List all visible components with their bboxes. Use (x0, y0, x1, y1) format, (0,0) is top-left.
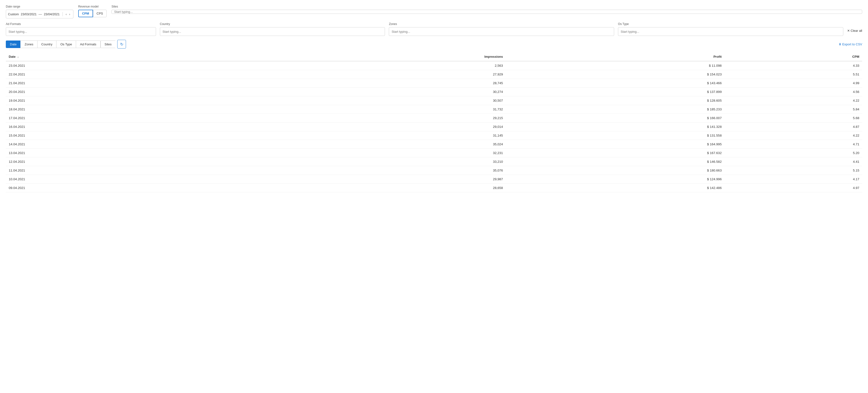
cell-date: 20.04.2021 (6, 88, 244, 96)
zones-label: Zones (389, 22, 614, 26)
cell-profit: $ 167.632 (506, 149, 724, 158)
clear-all-button[interactable]: ✕ Clear all (847, 27, 862, 34)
cell-impressions: 28,745 (244, 79, 506, 88)
cell-date: 11.04.2021 (6, 166, 244, 175)
ad-formats-input[interactable] (6, 27, 156, 36)
table-row: 16.04.202129,014$ 141.3284.87 (6, 122, 862, 131)
cell-cpm: 4.41 (724, 158, 862, 166)
date-prev-button[interactable]: ‹ (65, 12, 68, 16)
cell-profit: $ 185.233 (506, 105, 724, 114)
cell-cpm: 4.97 (724, 184, 862, 192)
date-start: 23/03/2021 (21, 12, 37, 16)
table-row: 09.04.202128,658$ 142.4864.97 (6, 184, 862, 192)
date-range-control[interactable]: Custom 23/03/2021 — 23/04/2021 ‹ › (6, 10, 73, 19)
table-row: 23.04.20212,563$ 11.0984.33 (6, 61, 862, 70)
col-header-profit[interactable]: Profit (506, 52, 724, 61)
table-row: 15.04.202131,145$ 131.5584.22 (6, 131, 862, 140)
cps-button[interactable]: CPS (93, 10, 107, 17)
table-row: 19.04.202130,507$ 128.6054.22 (6, 96, 862, 105)
sites-group: Sites (112, 5, 862, 14)
table-row: 13.04.202132,231$ 167.6325.20 (6, 149, 862, 158)
data-table: Date ↓ Impressions Profit CPM 23.04.2021… (6, 52, 862, 192)
date-preset: Custom (8, 12, 19, 16)
tab-os-type[interactable]: Os Type (56, 40, 76, 48)
tab-sites[interactable]: Sites (100, 40, 116, 48)
groupby-row: Date Zones Country Os Type Ad Formats Si… (6, 40, 862, 49)
cpm-button[interactable]: CPM (78, 10, 93, 17)
cell-cpm: 5.20 (724, 149, 862, 158)
tab-ad-formats[interactable]: Ad Formats (76, 40, 100, 48)
cell-profit: $ 131.558 (506, 131, 724, 140)
cell-cpm: 4.87 (724, 122, 862, 131)
cell-impressions: 28,658 (244, 184, 506, 192)
cell-profit: $ 154.023 (506, 70, 724, 79)
os-type-input[interactable] (618, 27, 843, 36)
sites-label: Sites (112, 5, 862, 8)
cell-date: 21.04.2021 (6, 79, 244, 88)
revenue-model-label: Revenue model (78, 5, 107, 8)
tab-zones[interactable]: Zones (20, 40, 37, 48)
table-row: 12.04.202133,210$ 146.5824.41 (6, 158, 862, 166)
cell-date: 22.04.2021 (6, 70, 244, 79)
cell-impressions: 29,215 (244, 114, 506, 122)
cell-cpm: 4.22 (724, 96, 862, 105)
date-next-button[interactable]: › (68, 12, 71, 16)
cell-impressions: 33,210 (244, 158, 506, 166)
tab-country[interactable]: Country (37, 40, 57, 48)
groupby-tabs-container: Date Zones Country Os Type Ad Formats Si… (6, 40, 126, 49)
cell-profit: $ 141.328 (506, 122, 724, 131)
ad-formats-label: Ad Formats (6, 22, 156, 26)
cell-cpm: 4.56 (724, 88, 862, 96)
date-range-group: Date range Custom 23/03/2021 — 23/04/202… (6, 5, 73, 19)
tab-date[interactable]: Date (6, 40, 20, 48)
cell-impressions: 32,231 (244, 149, 506, 158)
cell-profit: $ 137.899 (506, 88, 724, 96)
cell-profit: $ 128.605 (506, 96, 724, 105)
cell-impressions: 31,732 (244, 105, 506, 114)
download-icon: ⬇ (839, 43, 841, 46)
export-csv-button[interactable]: ⬇ Export to CSV (839, 43, 862, 46)
country-input[interactable] (160, 27, 385, 36)
table-row: 10.04.202129,987$ 124.9964.17 (6, 175, 862, 184)
country-group: Country (160, 22, 385, 36)
cell-cpm: 4.22 (724, 131, 862, 140)
sort-icon-date: ↓ (18, 55, 19, 58)
cell-date: 16.04.2021 (6, 122, 244, 131)
cell-cpm: 4.33 (724, 61, 862, 70)
col-header-cpm[interactable]: CPM (724, 52, 862, 61)
cell-impressions: 31,145 (244, 131, 506, 140)
date-separator: — (38, 12, 42, 16)
cell-cpm: 4.17 (724, 175, 862, 184)
col-header-date[interactable]: Date ↓ (6, 52, 244, 61)
cell-cpm: 5.51 (724, 70, 862, 79)
cell-date: 23.04.2021 (6, 61, 244, 70)
os-type-group: Os Type (618, 22, 843, 36)
cell-cpm: 5.84 (724, 105, 862, 114)
cell-profit: $ 180.663 (506, 166, 724, 175)
cell-profit: $ 166.007 (506, 114, 724, 122)
cell-profit: $ 11.098 (506, 61, 724, 70)
cell-date: 19.04.2021 (6, 96, 244, 105)
cell-impressions: 29,987 (244, 175, 506, 184)
table-row: 21.04.202128,745$ 143.4664.99 (6, 79, 862, 88)
cell-profit: $ 146.582 (506, 158, 724, 166)
table-row: 17.04.202129,215$ 166.0075.68 (6, 114, 862, 122)
refresh-icon: ↻ (120, 42, 123, 47)
refresh-button[interactable]: ↻ (117, 40, 126, 49)
cell-profit: $ 164.995 (506, 140, 724, 149)
page-container: Date range Custom 23/03/2021 — 23/04/202… (0, 0, 868, 393)
cell-impressions: 2,563 (244, 61, 506, 70)
zones-group: Zones (389, 22, 614, 36)
country-label: Country (160, 22, 385, 26)
zones-input[interactable] (389, 27, 614, 36)
cell-impressions: 30,507 (244, 96, 506, 105)
table-body: 23.04.20212,563$ 11.0984.3322.04.202127,… (6, 61, 862, 192)
sites-input[interactable] (112, 10, 862, 14)
table-row: 18.04.202131,732$ 185.2335.84 (6, 105, 862, 114)
col-header-impressions[interactable]: Impressions (244, 52, 506, 61)
cell-impressions: 30,274 (244, 88, 506, 96)
cell-impressions: 35,024 (244, 140, 506, 149)
cell-cpm: 5.68 (724, 114, 862, 122)
cell-impressions: 27,929 (244, 70, 506, 79)
filter-row-1: Date range Custom 23/03/2021 — 23/04/202… (6, 5, 862, 19)
